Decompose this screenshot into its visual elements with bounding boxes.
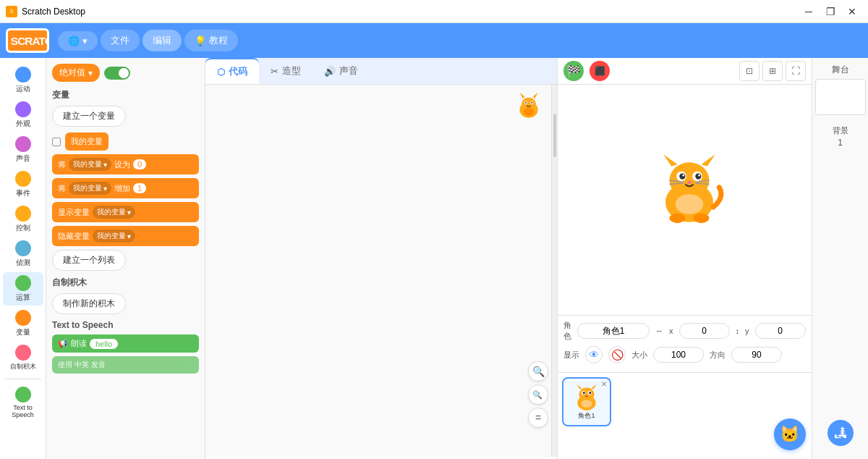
hide-var-block[interactable]: 隐藏变量 我的变量 ▾ (52, 226, 199, 246)
set-var-block[interactable]: 将 我的变量 ▾ 设为 0 (52, 154, 199, 174)
svg-point-20 (699, 174, 701, 177)
svg-point-8 (525, 102, 527, 104)
zoom-in-button[interactable]: 🔍 (528, 361, 548, 382)
size-input[interactable] (653, 347, 704, 363)
show-var-pill: 我的变量 ▾ (93, 206, 135, 219)
show-vis-button[interactable]: 👁 (585, 346, 603, 363)
close-button[interactable]: ✕ (842, 1, 862, 22)
green-flag-button[interactable]: 🏁 (563, 61, 584, 81)
sprite-area: ✕ (558, 372, 812, 459)
make-var-button[interactable]: 建立一个变量 (52, 106, 126, 127)
vertical-scrollbar[interactable] (551, 85, 557, 457)
my-var-checkbox[interactable] (52, 138, 61, 146)
category-motion[interactable]: 运动 (3, 64, 43, 97)
tab-code[interactable]: ⬡ 代码 (205, 58, 259, 84)
svg-point-35 (583, 392, 585, 394)
category-sound[interactable]: 声音 (3, 133, 43, 167)
sprite-name-label: 角色1 (578, 411, 595, 421)
set-to-label: 设为 (114, 159, 130, 170)
fullscreen-button[interactable]: ⛶ (786, 61, 806, 81)
category-operators[interactable]: 运算 (3, 272, 43, 306)
titlebar-left: S Scratch Desktop (6, 6, 85, 17)
menubar: SCRATCH 🌐 ▾ 文件 编辑 💡 教程 (0, 23, 868, 58)
language-arrow: ▾ (82, 35, 88, 46)
workspace-area: 🔍 🔍- = (205, 85, 557, 457)
stage-canvas (558, 85, 812, 315)
sprite-thumb-cat (571, 384, 603, 411)
language-button[interactable]: 🌐 ▾ (58, 31, 98, 51)
looks-circle (15, 101, 31, 117)
main-layout: 运动 外观 声音 事件 控制 侦测 运算 变量 (0, 58, 868, 459)
y-input[interactable] (755, 323, 806, 339)
svg-point-12 (670, 162, 710, 198)
abs-dropdown-icon: ▾ (88, 68, 93, 78)
svg-point-30 (579, 387, 594, 401)
myblocks-label: 自制积木 (10, 362, 36, 371)
svg-point-17 (680, 173, 686, 179)
tutorial-menu[interactable]: 💡 教程 (184, 30, 238, 51)
sound-tab-label: 声音 (339, 64, 358, 77)
right-panel: 🏁 ⬛ ⊡ ⊞ ⛶ (557, 58, 868, 459)
svg-text:SCRATCH: SCRATCH (11, 35, 47, 47)
minimize-button[interactable]: ─ (799, 1, 819, 22)
fit-view-button[interactable]: = (528, 408, 548, 428)
category-looks[interactable]: 外观 (3, 98, 43, 132)
set-label1: 将 (58, 159, 66, 170)
operators-circle (15, 275, 31, 291)
add-backdrop-button[interactable]: 🏞 (827, 420, 854, 446)
category-tts[interactable]: Text to Speech (3, 384, 43, 421)
svg-marker-5 (533, 93, 538, 98)
category-variables[interactable]: 变量 (3, 307, 43, 340)
tts-circle (15, 387, 31, 403)
globe-icon: 🌐 (68, 35, 80, 46)
file-label: 文件 (111, 34, 129, 47)
tab-costume[interactable]: ✂ 造型 (259, 58, 312, 84)
tts-block2-text: 使用 中英 发音 (58, 360, 106, 370)
y-label: y (745, 327, 749, 335)
file-menu[interactable]: 文件 (101, 30, 140, 51)
big-stage-button[interactable]: ⊞ (762, 61, 783, 81)
change-var-block[interactable]: 将 我的变量 ▾ 增加 1 (52, 178, 199, 198)
category-myblocks[interactable]: 自制积木 (3, 342, 43, 374)
edit-menu[interactable]: 编辑 (142, 30, 182, 51)
svg-point-36 (589, 392, 591, 394)
custom-blocks-title: 自制积木 (52, 277, 199, 289)
restore-button[interactable]: ❐ (820, 1, 841, 22)
svg-point-10 (524, 108, 534, 116)
my-var-row: 我的变量 (52, 132, 199, 151)
my-var-block[interactable]: 我的变量 (65, 132, 109, 151)
hello-val: hello (90, 339, 118, 349)
abs-button[interactable]: 绝对值 ▾ (52, 64, 100, 82)
svg-point-21 (688, 181, 692, 184)
zoom-out-button[interactable]: 🔍- (528, 384, 548, 405)
dir-input[interactable] (731, 347, 782, 363)
variables-section-title: 变量 (52, 89, 199, 101)
x-input[interactable] (679, 323, 730, 339)
make-list-button[interactable]: 建立一个列表 (52, 250, 126, 271)
normal-view-button[interactable]: ⊡ (739, 61, 760, 81)
stop-button[interactable]: ⬛ (590, 61, 610, 81)
hide-vis-button[interactable]: 🚫 (608, 346, 626, 363)
tab-sound[interactable]: 🔊 声音 (312, 58, 370, 84)
workspace-cat-sprite (514, 90, 544, 121)
panel-top: 绝对值 ▾ (52, 64, 199, 82)
sprite-name-input[interactable] (577, 323, 650, 339)
category-control[interactable]: 控制 (3, 203, 43, 236)
sprite-props-row: 显示 👁 🚫 大小 方向 (563, 346, 806, 363)
change-val-display: 1 (133, 183, 146, 193)
sprite-thumbnail[interactable]: ✕ (562, 377, 611, 426)
my-var-label: 我的变量 (71, 136, 103, 147)
x-label: x (669, 327, 673, 335)
add-sprite-button[interactable]: 🐱 (774, 418, 806, 450)
category-events[interactable]: 事件 (3, 168, 43, 201)
sprite-delete-icon[interactable]: ✕ (601, 380, 607, 388)
category-sensing[interactable]: 侦测 (3, 237, 43, 271)
make-block-button[interactable]: 制作新的积木 (52, 293, 126, 314)
toggle-switch[interactable] (104, 67, 130, 80)
say-block[interactable]: 📢 朗读 hello (52, 334, 199, 353)
tts-block2[interactable]: 使用 中英 发音 (52, 356, 199, 374)
backdrop-num: 1 (833, 138, 848, 148)
workspace: ⬡ 代码 ✂ 造型 🔊 声音 (205, 58, 557, 459)
workspace-tabs: ⬡ 代码 ✂ 造型 🔊 声音 (205, 58, 557, 85)
show-var-block[interactable]: 显示变量 我的变量 ▾ (52, 202, 199, 222)
